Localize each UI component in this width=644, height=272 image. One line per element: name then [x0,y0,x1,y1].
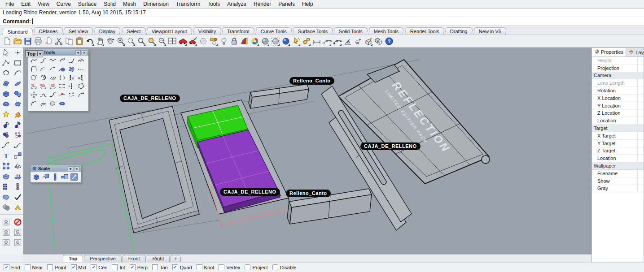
osnap-checkbox-end[interactable]: ✓ [4,264,9,270]
named-view-2-icon[interactable] [0,227,12,237]
menu-curve[interactable]: Curve [53,1,74,7]
viewport-layout-icon[interactable] [167,36,177,47]
curve-blend-tool-icon[interactable] [0,140,12,151]
delete-point-icon[interactable] [57,91,67,99]
color-wheel-icon[interactable] [250,36,260,47]
curve-points-b-icon[interactable] [332,36,342,47]
explode-tool-icon[interactable] [0,109,12,120]
curve-corner-icon[interactable] [29,99,39,108]
curve-hook-icon[interactable] [67,56,76,65]
polygon-loose-icon[interactable] [76,82,86,91]
gears-icon[interactable] [301,36,311,47]
osnap-end[interactable]: ✓End [4,264,20,270]
toolbar-tab-render-tools[interactable]: Render Tools [405,27,445,35]
spiral-gear-icon[interactable] [39,73,48,82]
match-figure-b-icon[interactable] [76,73,86,82]
angle-45-icon[interactable]: 45 [342,36,353,47]
toolbar-tab-visibility[interactable]: Visibility [193,27,222,35]
osnap-tan[interactable]: Tan [152,264,168,270]
property-row-height[interactable]: Height [592,57,644,65]
viewport-canvas[interactable]: REFLECTION LIMITED EDITION PACK [23,47,591,254]
menu-surface[interactable]: Surface [74,1,100,7]
boolean-difference-tool-icon[interactable] [0,202,12,212]
points-ring-icon[interactable] [29,91,39,99]
scale-toolbar[interactable]: Scale ▾ × [30,165,81,183]
property-row-z-location[interactable]: Z Location [592,110,644,117]
osnap-checkbox-cen[interactable]: ✓ [91,264,96,270]
toolbar-tab-curve-tools[interactable]: Curve Tools [255,27,292,35]
property-row-y-target[interactable]: Y Target [592,140,644,147]
circle-deform-icon[interactable] [29,73,39,82]
copy-icon[interactable] [64,36,74,47]
sphere-tool-icon[interactable] [12,89,23,99]
scale-gear-icon[interactable]: ▾ [68,166,73,171]
curve-s-icon[interactable] [39,56,48,65]
toolbar-tab-surface-tools[interactable]: Surface Tools [293,27,333,35]
scale-3d-icon[interactable] [31,173,41,181]
curve-match-tool-icon[interactable] [12,140,23,151]
osnap-near[interactable]: Near [25,264,43,270]
curve-bump-icon[interactable] [39,91,48,99]
dimension-icon[interactable] [311,36,322,47]
fillet-burst-tool-icon[interactable] [12,109,23,120]
osnap-project[interactable]: Project [245,264,267,270]
osnap-checkbox-project[interactable] [245,264,250,270]
scale-title-bar[interactable]: Scale ▾ × [31,165,81,172]
property-row-filename[interactable]: Filename [592,170,644,177]
property-row-location[interactable]: Location [592,117,644,125]
group-tool-icon[interactable] [0,161,12,171]
torus-tool-icon[interactable] [0,99,12,109]
menu-transform[interactable]: Transform [172,1,204,7]
hide-circle-icon[interactable] [198,36,208,47]
hatch-icon[interactable] [373,36,384,47]
property-row-lens-length[interactable]: Lens Length [592,79,644,87]
print-icon[interactable] [33,36,43,47]
zoom-plus-icon[interactable] [115,36,126,47]
viewport-tab-right[interactable]: Right [147,255,170,262]
extrude-tool-icon[interactable] [0,171,12,181]
boolean-union-tool-icon[interactable] [0,192,12,202]
named-view-4-icon[interactable] [0,237,12,248]
toolbar-tab-display[interactable]: Display [94,27,121,35]
cube-arrow-icon[interactable] [363,36,373,47]
property-row-x-location[interactable]: X Location [592,95,644,102]
panel-tab-properties[interactable]: Properties [592,48,626,56]
osnap-mid[interactable]: ✓Mid [71,264,87,270]
layer-fin-icon[interactable] [239,36,250,47]
scale-1d-icon[interactable] [50,173,60,181]
point-cloud-tool-icon[interactable] [12,130,23,140]
menu-analyze[interactable]: Analyze [223,1,250,7]
relleno-slab-top[interactable] [249,84,309,108]
menu-view[interactable]: View [34,1,53,7]
sphere-rendered-icon[interactable] [280,36,291,47]
viewport-tab-top[interactable]: Top [63,255,83,262]
control-polyline-icon[interactable] [0,58,12,68]
osnap-checkbox-int[interactable] [112,264,118,270]
osnap-vertex[interactable]: Vertex [219,264,240,270]
osnap-point[interactable]: Point [47,264,66,270]
menu-panels[interactable]: Panels [275,1,298,7]
menu-tools[interactable]: Tools [204,1,223,7]
property-row-y-location[interactable]: Y Location [592,102,644,110]
toolbar-tab-set-view[interactable]: Set View [63,27,93,35]
property-row-show[interactable]: Show [592,177,644,185]
osnap-knot[interactable]: Knot [197,264,215,270]
menu-render[interactable]: Render [250,1,275,7]
property-row-x-target[interactable]: X Target [592,132,644,140]
osnap-checkbox-tan[interactable] [152,264,158,270]
undo-icon[interactable] [84,36,95,47]
points-pillar-icon[interactable] [67,82,76,91]
viewport-tab-front[interactable]: Front [123,255,146,262]
viewport-title-menu[interactable]: Top ▾ [25,50,43,57]
fillet-edge-tool-icon[interactable] [12,202,23,212]
save-file-icon[interactable] [22,36,33,47]
surface-curve-icon[interactable] [67,65,76,73]
toolbar-tab-cplanes[interactable]: CPlanes [34,27,63,35]
curve-sketch-icon[interactable] [76,56,86,65]
menu-file[interactable]: File [2,1,18,7]
zoom-selected-icon[interactable] [146,36,157,47]
toolbar-tab-transform[interactable]: Transform [222,27,255,35]
palette-gear-icon[interactable]: ▾ [75,50,81,55]
scale-nonuniform-icon[interactable] [60,173,69,181]
dots-pair-icon[interactable] [67,91,76,99]
